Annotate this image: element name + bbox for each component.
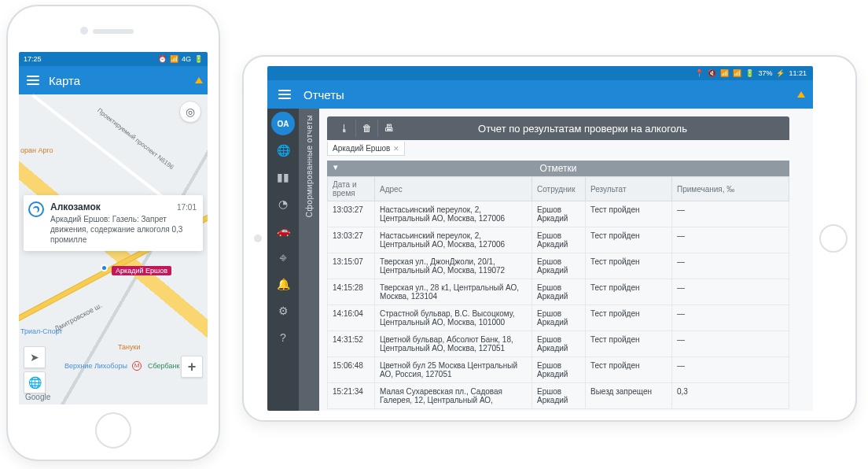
cell-notes: — bbox=[672, 279, 789, 305]
filter-chip[interactable]: Аркадий Ершов ✕ bbox=[327, 142, 405, 156]
cell-result: Тест пройден bbox=[586, 227, 672, 253]
mute-icon: 🔇 bbox=[708, 69, 716, 77]
cell-employee: Ершов Аркадий bbox=[532, 305, 586, 331]
table-row[interactable]: 15:21:34Малая Сухаревская пл., Садовая Г… bbox=[328, 383, 789, 409]
zoom-in-button[interactable]: + bbox=[181, 356, 203, 378]
sidebar-item-clock[interactable]: ◔ bbox=[271, 192, 295, 216]
sidebar-item-oa[interactable]: ОА bbox=[271, 112, 295, 135]
cell-address: Тверская ул., 28 к1, Центральный АО, Мос… bbox=[375, 279, 532, 305]
tablet-home-button[interactable] bbox=[819, 224, 848, 253]
cell-employee: Ершов Аркадий bbox=[532, 227, 586, 253]
map-user-dot bbox=[101, 264, 108, 271]
cell-time: 13:03:27 bbox=[328, 227, 375, 253]
report-table: Дата и время Адрес Сотрудник Результат П… bbox=[327, 176, 789, 409]
phone-app-title: Карта bbox=[49, 74, 80, 87]
col-notes: Примечания, ‰ bbox=[672, 177, 789, 201]
sidebar: ОА 🌐 ▮▮ ◔ 🚗 ⎆ 🔔 ⚙ ? bbox=[267, 109, 299, 411]
warning-icon bbox=[195, 77, 203, 83]
cell-result: Выезд запрещен bbox=[586, 383, 672, 409]
help-icon: ? bbox=[280, 331, 286, 344]
cell-result: Тест пройден bbox=[586, 201, 672, 227]
cell-notes: — bbox=[672, 305, 789, 331]
center-button[interactable]: ◎ bbox=[179, 101, 201, 123]
alarm-icon: ⏰ bbox=[158, 55, 167, 63]
cell-address: Малая Сухаревская пл., Садовая Галерея, … bbox=[375, 383, 532, 409]
sidebar-item-logout[interactable]: ⎆ bbox=[271, 246, 295, 269]
tablet-app-title: Отчеты bbox=[303, 88, 344, 102]
clock-icon: ◔ bbox=[278, 198, 288, 210]
tablet-appbar: Отчеты bbox=[267, 80, 813, 109]
cell-time: 14:15:28 bbox=[328, 279, 375, 305]
location-icon: 📍 bbox=[695, 69, 704, 77]
menu-button[interactable] bbox=[27, 76, 39, 85]
map[interactable]: оран Арго Проектируемый проспект N6196 Д… bbox=[19, 94, 208, 404]
notification-card[interactable]: Алкозамок 17:01 Аркадий Ершов: Газель: З… bbox=[24, 195, 203, 251]
cell-address: Настасьинский переулок, 2, Центральный А… bbox=[375, 201, 532, 227]
cell-time: 14:16:04 bbox=[328, 305, 375, 331]
cell-address: Настасьинский переулок, 2, Центральный А… bbox=[375, 227, 532, 253]
report-pane: ⭳ 🗑 🖶 Отчет по результатам проверки на а… bbox=[319, 109, 813, 411]
poi-trial: Триал-Спорт bbox=[20, 327, 63, 335]
cell-employee: Ершов Аркадий bbox=[532, 383, 586, 409]
print-icon: 🖶 bbox=[384, 123, 394, 134]
mylocation-button[interactable]: ➤ bbox=[24, 346, 46, 368]
statusbar-time: 17:25 bbox=[24, 55, 42, 63]
chip-remove[interactable]: ✕ bbox=[393, 145, 399, 153]
table-row[interactable]: 14:16:04Страстной бульвар, В.С. Высоцком… bbox=[328, 305, 789, 331]
trash-icon: 🗑 bbox=[362, 123, 372, 134]
delete-button[interactable]: 🗑 bbox=[355, 120, 377, 137]
sidebar-item-chart[interactable]: ▮▮ bbox=[271, 165, 295, 189]
phone-device: 17:25 ⏰ 📶 4G 🔋 Карта оран Арго Проектиру… bbox=[6, 5, 220, 461]
download-icon: ⭳ bbox=[340, 123, 349, 134]
cell-time: 15:06:48 bbox=[328, 357, 375, 383]
vertical-tab-label: Сформированные отчеты bbox=[305, 115, 314, 217]
map-pin-label[interactable]: Аркадий Ершов bbox=[112, 266, 171, 275]
cell-address: Тверская ул., ДжонДжоли, 20/1, Центральн… bbox=[375, 253, 532, 279]
poi-likhobory: Верхние Лихоборы bbox=[64, 362, 127, 370]
table-row[interactable]: 13:03:27Настасьинский переулок, 2, Центр… bbox=[328, 227, 789, 253]
gear-icon: ⚙ bbox=[278, 305, 289, 317]
download-button[interactable]: ⭳ bbox=[333, 120, 355, 137]
warning-icon bbox=[797, 91, 805, 98]
logout-icon: ⎆ bbox=[280, 251, 286, 264]
table-row[interactable]: 15:06:48Цветной бул 25 Москва Центральны… bbox=[328, 357, 789, 383]
cell-time: 13:03:27 bbox=[328, 201, 375, 227]
report-header: ⭳ 🗑 🖶 Отчет по результатам проверки на а… bbox=[327, 116, 789, 140]
statusbar-time: 11:21 bbox=[789, 69, 807, 77]
table-row[interactable]: 13:15:07Тверская ул., ДжонДжоли, 20/1, Ц… bbox=[328, 253, 789, 279]
table-row[interactable]: 14:31:52Цветной бульвар, Абсолют Банк, 1… bbox=[328, 331, 789, 357]
battery-icon: 🔋 bbox=[194, 55, 203, 63]
cell-address: Цветной бульвар, Абсолют Банк, 18, Центр… bbox=[375, 331, 532, 357]
table-row[interactable]: 13:03:27Настасьинский переулок, 2, Центр… bbox=[328, 201, 789, 227]
charging-icon: ⚡ bbox=[776, 69, 785, 77]
menu-button[interactable] bbox=[278, 90, 291, 99]
sidebar-item-help[interactable]: ? bbox=[271, 326, 295, 349]
chip-label: Аркадий Ершов bbox=[333, 144, 390, 153]
cell-notes: — bbox=[672, 331, 789, 357]
print-button[interactable]: 🖶 bbox=[377, 120, 399, 137]
table-row[interactable]: 14:15:28Тверская ул., 28 к1, Центральный… bbox=[328, 279, 789, 305]
sidebar-item-car[interactable]: 🚗 bbox=[271, 219, 295, 242]
cell-notes: 0,3 bbox=[672, 383, 789, 409]
sidebar-item-settings[interactable]: ⚙ bbox=[271, 299, 295, 323]
phone-statusbar: 17:25 ⏰ 📶 4G 🔋 bbox=[19, 52, 208, 66]
section-header[interactable]: ▾ Отметки bbox=[327, 161, 789, 176]
cell-employee: Ершов Аркадий bbox=[532, 279, 586, 305]
statusbar-icons: ⏰ 📶 4G 🔋 bbox=[158, 55, 203, 63]
sidebar-item-globe[interactable]: 🌐 bbox=[271, 138, 295, 162]
col-address: Адрес bbox=[375, 177, 532, 201]
metro-icon: M bbox=[132, 361, 142, 371]
wifi-icon: 📶 bbox=[720, 69, 729, 77]
cell-time: 13:15:07 bbox=[328, 253, 375, 279]
cell-address: Цветной бул 25 Москва Центральный АО, Ро… bbox=[375, 357, 532, 383]
cell-result: Тест пройден bbox=[586, 305, 672, 331]
vertical-tab[interactable]: Сформированные отчеты bbox=[299, 109, 319, 411]
layers-button[interactable]: 🌐 bbox=[24, 371, 46, 393]
phone-home-button[interactable] bbox=[95, 412, 131, 449]
battery-icon: 🔋 bbox=[745, 69, 754, 77]
cell-result: Тест пройден bbox=[586, 253, 672, 279]
sidebar-item-bell[interactable]: 🔔 bbox=[271, 272, 295, 296]
cell-employee: Ершов Аркадий bbox=[532, 357, 586, 383]
globe-icon: 🌐 bbox=[277, 144, 290, 157]
poi-tanuki: Тануки bbox=[118, 343, 141, 351]
